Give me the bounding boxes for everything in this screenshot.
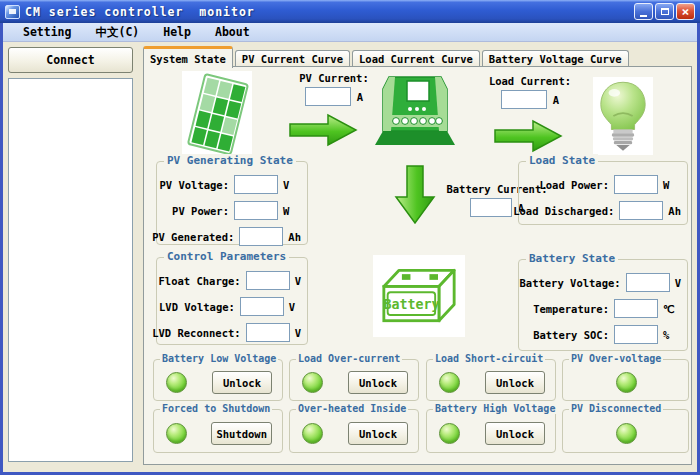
close-icon[interactable] [676, 3, 695, 20]
light-bulb-icon [593, 77, 653, 155]
solar-panel-icon [182, 71, 252, 157]
float-charge-input[interactable] [246, 271, 290, 290]
alarm-title: Load Short-circuit [433, 353, 545, 364]
group-pv-generating-state: PV Generating State PV Voltage:V PV Powe… [156, 161, 308, 245]
tab-battery-voltage-curve[interactable]: Battery Voltage Curve [482, 50, 629, 66]
float-charge-label: Float Charge: [158, 275, 240, 287]
alarm-load-short-circuit: Load Short-circuit Unlock [426, 359, 556, 401]
tab-system-state[interactable]: System State [143, 46, 233, 68]
pv-generated-unit: Ah [288, 231, 301, 243]
minimize-icon[interactable] [634, 3, 653, 20]
load-current-label: Load Current: [489, 75, 571, 87]
battery-current-input[interactable] [470, 198, 512, 217]
alarm-title: Over-heated Inside [296, 403, 408, 414]
alarm-title: Load Over-current [296, 353, 402, 364]
lvd-voltage-input[interactable] [240, 297, 284, 316]
lvd-voltage-unit: V [289, 301, 301, 313]
load-power-unit: W [663, 179, 681, 191]
controller-icon [373, 73, 457, 153]
title-bar[interactable]: CM series controller monitor [0, 0, 700, 23]
unlock-button[interactable]: Unlock [212, 371, 272, 394]
unlock-button[interactable]: Unlock [485, 422, 545, 445]
status-led [302, 423, 323, 444]
system-state-panel: PV Current: A [143, 66, 692, 465]
pv-power-label: PV Power: [172, 205, 229, 217]
pv-power-input[interactable] [234, 201, 278, 220]
load-current-block: Load Current: A [474, 75, 586, 109]
alarm-title: Forced to Shutdown [160, 403, 272, 414]
battery-icon-label: Battery [383, 297, 439, 312]
temperature-label: Temperature: [533, 303, 609, 315]
status-led [166, 372, 187, 393]
arrow-down-icon [394, 164, 436, 226]
alarm-pv-disconnected: PV Disconnected [562, 409, 689, 453]
group-title: Control Parameters [164, 250, 289, 263]
alarm-forced-to-shutdown: Forced to Shutdown Shutdown [153, 409, 283, 453]
float-charge-unit: V [295, 275, 301, 287]
pv-current-label: PV Current: [299, 72, 369, 84]
battery-voltage-input[interactable] [626, 273, 670, 292]
lvd-reconnect-label: LVD Reconnect: [152, 327, 241, 339]
pv-voltage-unit: V [283, 179, 301, 191]
lvd-voltage-label: LVD Voltage: [159, 301, 235, 313]
load-power-label: Load Power: [539, 179, 609, 191]
pv-voltage-input[interactable] [234, 175, 278, 194]
status-led [302, 372, 323, 393]
alarm-load-over-current: Load Over-current Unlock [289, 359, 419, 401]
battery-icon: Battery [373, 255, 465, 337]
tab-strip: System State PV Current Curve Load Curre… [143, 48, 631, 66]
temperature-input[interactable] [614, 299, 658, 318]
pv-current-input[interactable] [305, 87, 351, 106]
maximize-icon[interactable] [655, 3, 674, 20]
lvd-reconnect-unit: V [295, 327, 301, 339]
alarm-title: PV Over-voltage [569, 353, 663, 364]
battery-soc-unit: % [663, 329, 681, 341]
lvd-reconnect-input[interactable] [246, 323, 290, 342]
load-discharged-input[interactable] [619, 201, 663, 220]
app-icon [5, 5, 20, 19]
load-discharged-unit: Ah [668, 205, 681, 217]
device-list[interactable] [8, 78, 133, 462]
menu-help[interactable]: Help [155, 24, 199, 40]
pv-power-unit: W [283, 205, 301, 217]
alarm-battery-low-voltage: Battery Low Voltage Unlock [153, 359, 283, 401]
window-controls [634, 3, 695, 20]
alarm-title: Battery Low Voltage [160, 353, 278, 364]
menu-setting[interactable]: Setting [15, 24, 79, 40]
alarm-pv-over-voltage: PV Over-voltage [562, 359, 689, 401]
status-led [439, 372, 460, 393]
app-window: CM series controller monitor Setting 中文(… [0, 0, 700, 475]
group-load-state: Load State Load Power:W Load Discharged:… [518, 161, 688, 225]
load-current-input[interactable] [501, 90, 547, 109]
load-current-unit: A [553, 94, 559, 106]
shutdown-button[interactable]: Shutdown [211, 422, 272, 445]
window-title: CM series controller monitor [25, 5, 255, 19]
load-power-input[interactable] [614, 175, 658, 194]
status-led [166, 423, 187, 444]
battery-soc-input[interactable] [614, 325, 658, 344]
group-title: Load State [526, 154, 598, 167]
unlock-button[interactable]: Unlock [348, 371, 408, 394]
tab-pv-current-curve[interactable]: PV Current Curve [235, 50, 350, 66]
temperature-unit: ℃ [663, 303, 681, 315]
alarm-battery-high-voltage: Battery High Voltage Unlock [426, 409, 556, 453]
alarm-title: Battery High Voltage [433, 403, 557, 414]
arrow-right-icon [288, 113, 358, 147]
pv-voltage-label: PV Voltage: [159, 179, 229, 191]
alarm-over-heated-inside: Over-heated Inside Unlock [289, 409, 419, 453]
menu-language[interactable]: 中文(C) [87, 24, 147, 41]
battery-voltage-label: Battery Voltage: [520, 277, 621, 289]
unlock-button[interactable]: Unlock [485, 371, 545, 394]
menu-about[interactable]: About [207, 24, 258, 40]
group-battery-state: Battery State Battery Voltage:V Temperat… [518, 259, 688, 351]
status-led [616, 372, 637, 393]
group-title: PV Generating State [164, 154, 296, 167]
status-led [439, 423, 460, 444]
battery-soc-label: Battery SOC: [533, 329, 609, 341]
unlock-button[interactable]: Unlock [348, 422, 408, 445]
tab-load-current-curve[interactable]: Load Current Curve [352, 50, 480, 66]
pv-generated-input[interactable] [239, 227, 283, 246]
alarm-title: PV Disconnected [569, 403, 663, 414]
pv-generated-label: PV Generated: [152, 231, 234, 243]
connect-button[interactable]: Connect [8, 47, 133, 73]
